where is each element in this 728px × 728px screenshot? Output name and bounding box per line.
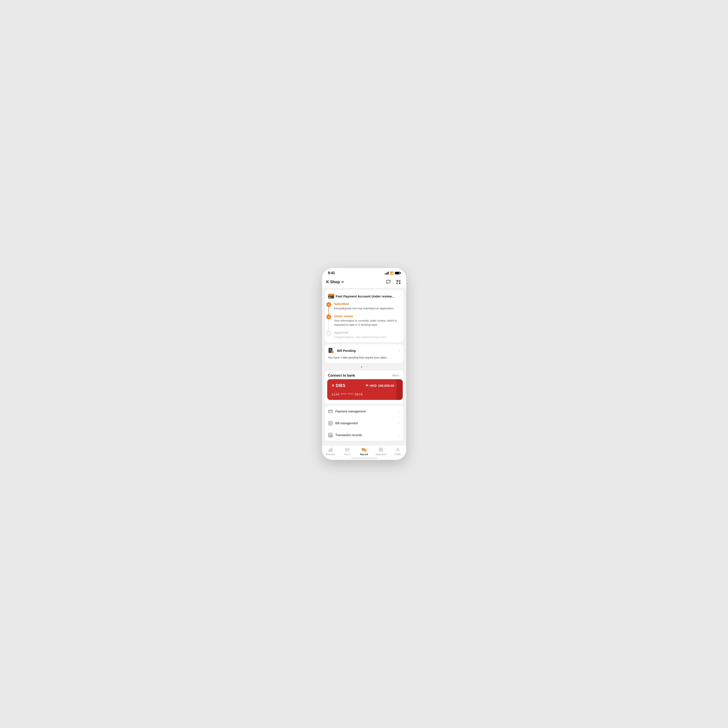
transfer-icon: ⇄ xyxy=(341,280,344,284)
bill-chevron-icon: › xyxy=(399,422,400,425)
transaction-icon xyxy=(328,433,333,437)
payment-management-item[interactable]: Payment management › xyxy=(325,405,404,418)
dbs-x-icon: ✕ xyxy=(332,384,335,388)
balance-currency: HKD xyxy=(370,384,377,387)
payment-chevron: › xyxy=(399,410,400,413)
status-icons: 📶 xyxy=(385,271,400,275)
dot-2 xyxy=(364,366,365,367)
svg-rect-41 xyxy=(346,450,347,450)
dbs-text: DBS xyxy=(336,383,346,388)
timeline-step-approved: Approved Congratulations, start experien… xyxy=(332,331,400,339)
tab-application[interactable]: Application xyxy=(373,447,389,456)
status-time: 9:41 xyxy=(328,271,335,275)
section-header: Connect to bank More › xyxy=(325,370,404,379)
svg-rect-3 xyxy=(396,283,398,284)
status-bar: 9:41 📶 xyxy=(322,268,406,277)
card-dots xyxy=(322,365,406,369)
bill-title-text: Bill Pending xyxy=(337,349,356,352)
menu-section: Payment management › Bill management › xyxy=(325,405,404,441)
signal-icon xyxy=(385,272,389,275)
bill-mgmt-icon xyxy=(328,421,333,425)
timeline-step-submitted: Submitted kshop@gmail.com has submitted … xyxy=(332,302,400,310)
eye-icon: 👁 xyxy=(366,384,369,387)
fast-payment-card: Fast Payment Account Under review... Sub… xyxy=(325,290,404,343)
svg-rect-45 xyxy=(379,448,381,450)
dot-1 xyxy=(361,366,362,367)
shop-name: K Shop xyxy=(326,280,340,284)
svg-rect-25 xyxy=(329,421,332,425)
bank-card-number: 1234 **** **** 5678 xyxy=(332,392,397,396)
battery-icon xyxy=(395,272,400,274)
bill-count: 3 xyxy=(340,356,342,359)
tab-overview[interactable]: Overview xyxy=(322,447,339,456)
svg-point-49 xyxy=(397,448,399,450)
payment-icon xyxy=(328,409,333,414)
phone-frame: 9:41 📶 K Shop ⇄ xyxy=(322,268,406,460)
bill-chevron: › xyxy=(399,349,400,352)
payout-tab-icon xyxy=(361,447,367,452)
svg-rect-5 xyxy=(400,283,400,283)
wifi-icon: 📶 xyxy=(390,271,394,275)
connect-bank-title: Connect to bank xyxy=(328,373,355,378)
profile-tab-icon xyxy=(395,447,400,452)
review-desc: Your information is currently under revi… xyxy=(334,319,400,327)
scan-icon-button[interactable] xyxy=(395,278,402,285)
submitted-label: Submitted xyxy=(334,302,400,306)
header-title-row: K Shop ⇄ xyxy=(326,280,344,284)
bill-icon: ! xyxy=(328,348,334,353)
transaction-records-item[interactable]: Transaction records › xyxy=(325,429,404,441)
overview-tab-label: Overview xyxy=(326,453,335,456)
balance-amount: 100,000.00 xyxy=(378,384,394,387)
approved-dot xyxy=(326,331,331,336)
tab-payin[interactable]: Pay-in xyxy=(339,447,356,456)
fast-payment-title: Fast Payment Account Under review... xyxy=(336,294,400,298)
svg-text:!: ! xyxy=(332,352,333,353)
svg-rect-36 xyxy=(329,450,330,451)
header-actions xyxy=(385,278,402,285)
bill-pending-card[interactable]: ! Bill Pending › You have 3 bills pendin… xyxy=(325,344,404,363)
dbs-bank-card[interactable]: ✕ DBS 👁 HKD 100,000.00 › 1234 **** **** … xyxy=(327,379,401,400)
chat-icon-button[interactable] xyxy=(385,278,392,285)
svg-rect-43 xyxy=(364,449,367,451)
svg-rect-6 xyxy=(399,283,399,284)
svg-rect-7 xyxy=(400,283,400,284)
approved-label: Approved xyxy=(334,331,400,334)
payment-management-label: Payment management xyxy=(335,410,399,413)
profile-tab-label: Profile xyxy=(395,453,401,456)
submitted-desc: kshop@gmail.com has submitted an applica… xyxy=(334,306,400,310)
dbs-logo: ✕ DBS xyxy=(332,383,346,388)
approved-desc: Congratulations, start experiencing it n… xyxy=(334,335,400,339)
svg-rect-48 xyxy=(381,450,383,451)
tab-payout[interactable]: Pay-out xyxy=(356,447,373,456)
svg-rect-23 xyxy=(329,410,332,413)
bank-card-edge xyxy=(396,379,403,400)
home-indicator xyxy=(351,458,377,459)
connect-bank-section: Connect to bank More › ✕ DBS 👁 xyxy=(325,370,404,404)
fast-payment-title-row: Fast Payment Account Under review... xyxy=(328,293,400,299)
bill-header: ! Bill Pending › xyxy=(328,348,400,353)
transaction-records-label: Transaction records xyxy=(335,433,399,437)
svg-rect-15 xyxy=(328,296,334,297)
svg-rect-16 xyxy=(329,297,330,298)
svg-rect-4 xyxy=(399,283,399,283)
review-label: Under review xyxy=(334,315,400,318)
scroll-content: Fast Payment Account Under review... Sub… xyxy=(322,288,406,460)
timeline: Submitted kshop@gmail.com has submitted … xyxy=(328,302,400,339)
payout-tab-label: Pay-out xyxy=(360,453,368,456)
submitted-dot xyxy=(326,302,331,307)
transaction-chevron: › xyxy=(399,433,400,437)
svg-rect-1 xyxy=(396,280,398,281)
bank-card-container: ✕ DBS 👁 HKD 100,000.00 › 1234 **** **** … xyxy=(325,379,404,403)
app-header: K Shop ⇄ xyxy=(322,277,406,288)
timeline-step-review: Under review Your information is current… xyxy=(332,315,400,327)
fast-payment-icon xyxy=(328,293,334,299)
bill-description: You have 3 bills pending that require yo… xyxy=(328,355,400,360)
bill-management-item[interactable]: Bill management › xyxy=(325,418,404,429)
more-button[interactable]: More › xyxy=(392,374,400,377)
svg-point-0 xyxy=(388,280,390,281)
bank-card-top: ✕ DBS 👁 HKD 100,000.00 › xyxy=(332,383,397,388)
tab-profile[interactable]: Profile xyxy=(389,447,406,456)
payin-tab-label: Pay-in xyxy=(344,453,350,456)
overview-tab-icon xyxy=(328,447,333,452)
svg-rect-46 xyxy=(381,448,383,450)
